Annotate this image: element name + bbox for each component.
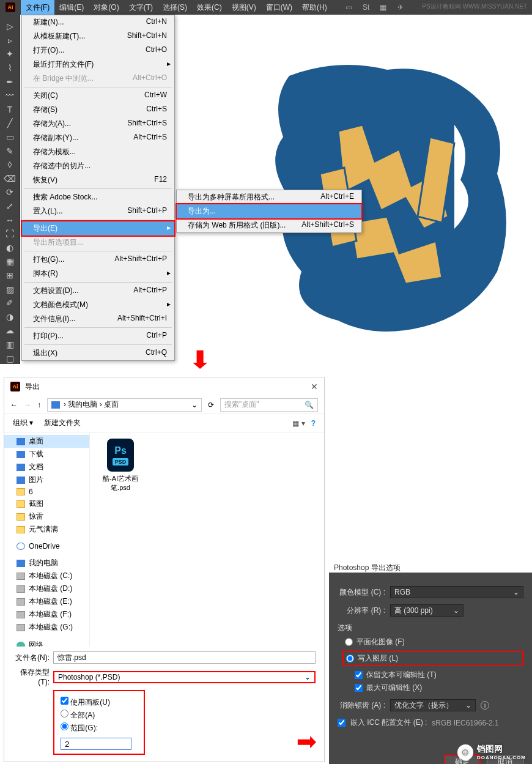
close-icon[interactable]: ✕ xyxy=(311,382,318,391)
menu-object[interactable]: 对象(O) xyxy=(89,0,124,15)
resolution-select[interactable]: 高 (300 ppi)⌄ xyxy=(390,604,464,617)
magic-wand-tool[interactable]: ✦ xyxy=(3,48,17,60)
shaper-tool[interactable]: ◊ xyxy=(3,159,17,171)
menu-select[interactable]: 选择(S) xyxy=(158,0,192,15)
menu-item[interactable]: 文件信息(I)...Alt+Shift+Ctrl+I xyxy=(22,312,174,326)
filename-input[interactable] xyxy=(53,651,316,664)
stock-icon[interactable]: St xyxy=(361,2,371,12)
max-edit-check[interactable] xyxy=(355,684,363,692)
submenu-item[interactable]: 导出为... xyxy=(175,203,363,220)
antialias-select[interactable]: 优化文字（提示）⌄ xyxy=(390,699,476,711)
tree-item[interactable]: 我的电脑 xyxy=(4,557,89,569)
free-transform-tool[interactable]: ⛶ xyxy=(3,228,17,240)
tree-item[interactable]: 本地磁盘 (G:) xyxy=(4,621,89,634)
search-input[interactable]: 搜索"桌面" 🔍 xyxy=(220,398,318,412)
preserve-text-check[interactable] xyxy=(355,671,363,679)
organize-button[interactable]: 组织 ▾ xyxy=(13,418,33,428)
menu-item[interactable]: 存储选中的切片... xyxy=(22,159,174,173)
menu-text[interactable]: 文字(T) xyxy=(124,0,158,15)
selection-tool[interactable]: ▷ xyxy=(3,21,17,32)
help-icon[interactable]: ? xyxy=(311,419,316,428)
nav-up-icon[interactable]: ↑ xyxy=(37,401,41,409)
perspective-tool[interactable]: ▦ xyxy=(3,256,17,267)
blend-tool[interactable]: ◑ xyxy=(3,311,17,322)
file-item[interactable]: PsPSD 酷-AI艺术画笔.psd xyxy=(96,439,145,492)
menu-item[interactable]: 搜索 Adobe Stock... xyxy=(22,190,174,204)
tree-item[interactable]: 元气满满 xyxy=(4,523,89,536)
submenu-item[interactable]: 存储为 Web 所用格式 (旧版)...Alt+Shift+Ctrl+S xyxy=(177,218,361,232)
line-tool[interactable]: ╱ xyxy=(3,117,17,129)
menu-item[interactable]: 文档设置(D)...Alt+Ctrl+P xyxy=(22,284,174,298)
savetype-select[interactable]: Photoshop (*.PSD)⌄ xyxy=(53,671,316,683)
shape-builder-tool[interactable]: ◐ xyxy=(3,242,17,254)
menu-help[interactable]: 帮助(H) xyxy=(297,0,332,15)
rotate-tool[interactable]: ⟳ xyxy=(3,187,17,198)
tree-item[interactable]: 网络 xyxy=(4,639,89,647)
newfolder-button[interactable]: 新建文件夹 xyxy=(44,418,81,428)
gpu-icon[interactable]: ✈ xyxy=(396,2,405,12)
menu-item[interactable]: 退出(X)Ctrl+Q xyxy=(22,346,174,360)
tree-item[interactable]: 本地磁盘 (C:) xyxy=(4,569,89,582)
menu-item[interactable]: 存储为(A)...Shift+Ctrl+S xyxy=(22,117,174,131)
tree-item[interactable]: 下载 xyxy=(4,448,89,461)
menu-item[interactable]: 新建(N)...Ctrl+N xyxy=(22,15,174,29)
menu-window[interactable]: 窗口(W) xyxy=(261,0,297,15)
menu-item[interactable]: 在 Bridge 中浏览...Alt+Ctrl+O xyxy=(22,72,174,86)
gradient-tool[interactable]: ▨ xyxy=(3,283,17,295)
path-bar[interactable]: › 我的电脑 › 桌面 ⌄ xyxy=(47,398,202,412)
tree-item[interactable]: 桌面 xyxy=(4,435,89,448)
menu-file[interactable]: 文件(F) xyxy=(21,0,54,15)
folder-tree[interactable]: 桌面下载文档图片6截图惊雷元气满满OneDrive我的电脑本地磁盘 (C:)本地… xyxy=(4,432,90,647)
view-icon[interactable]: ▦ ▾ xyxy=(292,419,305,428)
all-radio[interactable] xyxy=(61,710,68,718)
direct-select-tool[interactable]: ▹ xyxy=(3,35,17,46)
layers-radio[interactable] xyxy=(346,655,354,662)
tree-item[interactable]: 本地磁盘 (D:) xyxy=(4,582,89,595)
menu-item[interactable]: 脚本(R) xyxy=(22,267,174,281)
menu-item[interactable]: 置入(L)...Shift+Ctrl+P xyxy=(22,204,174,218)
tree-item[interactable]: 惊雷 xyxy=(4,510,89,523)
pen-tool[interactable]: ✒ xyxy=(3,76,17,87)
breadcrumb[interactable]: › 我的电脑 › 桌面 xyxy=(64,399,119,410)
bridge-icon[interactable]: ▭ xyxy=(344,2,354,12)
menu-item[interactable]: 存储为模板... xyxy=(22,145,174,159)
arrange-icon[interactable]: ▦ xyxy=(379,2,388,12)
menu-item[interactable]: 导出(E) xyxy=(21,220,175,237)
info-icon[interactable]: i xyxy=(481,701,489,710)
menu-item[interactable]: 关闭(C)Ctrl+W xyxy=(22,89,174,103)
artboard-tool[interactable]: ▢ xyxy=(3,352,17,364)
symbol-tool[interactable]: ☁ xyxy=(3,325,17,336)
lasso-tool[interactable]: ⌇ xyxy=(3,62,17,74)
menu-item[interactable]: 最近打开的文件(F) xyxy=(22,57,174,72)
tree-item[interactable]: 图片 xyxy=(4,473,89,486)
menu-item[interactable]: 打印(P)...Ctrl+P xyxy=(22,329,174,343)
scale-tool[interactable]: ⤢ xyxy=(3,201,17,212)
use-artboard-check[interactable] xyxy=(61,697,68,705)
tree-item[interactable]: 6 xyxy=(4,486,89,497)
tree-item[interactable]: 文档 xyxy=(4,461,89,473)
menu-item[interactable]: 导出所选项目... xyxy=(22,236,174,250)
menu-item[interactable]: 恢复(V)F12 xyxy=(22,173,174,187)
mesh-tool[interactable]: ⊞ xyxy=(3,270,17,281)
submenu-item[interactable]: 导出为多种屏幕所用格式...Alt+Ctrl+E xyxy=(177,190,361,204)
menu-item[interactable]: 从模板新建(T)...Shift+Ctrl+N xyxy=(22,29,174,43)
flat-radio[interactable] xyxy=(345,638,353,646)
brush-tool[interactable]: ✎ xyxy=(3,145,17,157)
rectangle-tool[interactable]: ▭ xyxy=(3,132,17,143)
menu-edit[interactable]: 编辑(E) xyxy=(54,0,89,15)
range-input[interactable] xyxy=(61,738,131,750)
embed-icc-check[interactable] xyxy=(338,719,345,727)
menu-view[interactable]: 视图(V) xyxy=(227,0,261,15)
menu-item[interactable]: 文档颜色模式(M) xyxy=(22,298,174,312)
menu-item[interactable]: 存储副本(Y)...Alt+Ctrl+S xyxy=(22,131,174,145)
tree-item[interactable]: 截图 xyxy=(4,497,89,510)
tree-item[interactable]: OneDrive xyxy=(4,541,89,552)
tree-item[interactable]: 本地磁盘 (E:) xyxy=(4,595,89,608)
curvature-tool[interactable]: 〰 xyxy=(3,90,17,102)
nav-fwd-icon[interactable]: → xyxy=(24,401,31,409)
menu-item[interactable]: 打包(G)...Alt+Shift+Ctrl+P xyxy=(22,253,174,267)
file-list[interactable]: PsPSD 酷-AI艺术画笔.psd xyxy=(90,432,324,647)
nav-back-icon[interactable]: ← xyxy=(10,401,18,409)
menu-item[interactable]: 打开(O)...Ctrl+O xyxy=(22,43,174,57)
width-tool[interactable]: ↔ xyxy=(3,214,17,226)
